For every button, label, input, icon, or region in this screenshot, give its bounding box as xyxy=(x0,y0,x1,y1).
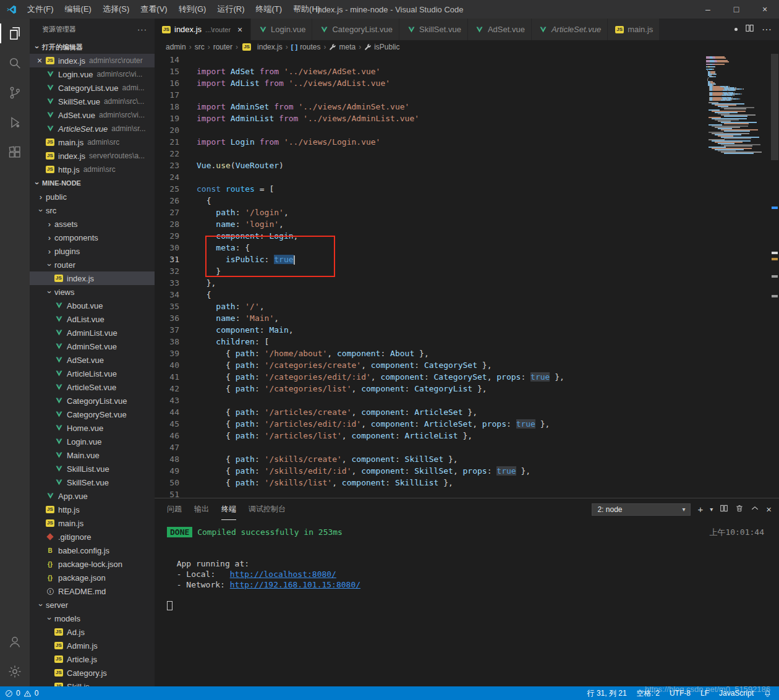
tree-item-views[interactable]: ›views xyxy=(30,285,155,299)
project-header[interactable]: › MINE-NODE xyxy=(30,176,155,190)
scrollbar-slider[interactable] xyxy=(771,54,778,160)
close-icon[interactable]: × xyxy=(236,25,244,35)
code-line[interactable]: 25const routes = [ xyxy=(155,183,779,195)
panel-tab[interactable]: 输出 xyxy=(194,498,209,520)
menu-item[interactable]: 编辑(E) xyxy=(59,0,97,19)
code-line[interactable]: 43 xyxy=(155,395,779,406)
menu-item[interactable]: 转到(G) xyxy=(173,0,212,19)
code-line[interactable]: 19import AdminList from '../views/AdminL… xyxy=(155,113,779,124)
breadcrumb-item[interactable]: isPublic xyxy=(364,43,399,51)
tree-item-components[interactable]: ›components xyxy=(30,231,155,244)
settings-gear-icon[interactable] xyxy=(0,657,30,686)
breadcrumb-item[interactable]: [ ]routes xyxy=(291,43,321,51)
menu-item[interactable]: 选择(S) xyxy=(97,0,135,19)
breadcrumb-item[interactable]: src xyxy=(195,43,205,51)
open-editor-item[interactable]: AdSet.vueadmin\src\vi... xyxy=(30,108,155,122)
tree-item-http.js[interactable]: JShttp.js xyxy=(30,503,155,516)
code-line[interactable]: 27 path: '/login', xyxy=(155,207,779,218)
tree-item-categorylist.vue[interactable]: CategoryList.vue xyxy=(30,394,155,408)
editor-tab[interactable]: AdSet.vue xyxy=(468,19,532,40)
code-line[interactable]: 38 children: [ xyxy=(155,336,779,348)
breadcrumb-item[interactable]: JSindex.js xyxy=(241,42,283,52)
run-debug-icon[interactable] xyxy=(0,108,30,137)
open-editor-item[interactable]: CategoryList.vueadmi... xyxy=(30,81,155,95)
tree-item-articleset.vue[interactable]: ArticleSet.vue xyxy=(30,380,155,394)
more-actions-icon[interactable]: ··· xyxy=(137,25,147,34)
terminal-link[interactable]: http://192.168.101.15:8080/ xyxy=(230,579,360,590)
code-line[interactable]: 36 name: 'Main', xyxy=(155,312,779,324)
more-actions-icon[interactable]: ··· xyxy=(762,24,772,35)
code-line[interactable]: 24 xyxy=(155,171,779,183)
open-editor-item[interactable]: ArticleSet.vueadmin\sr... xyxy=(30,122,155,135)
editor-tab[interactable]: JSindex.js...\router× xyxy=(155,19,251,40)
source-control-icon[interactable] xyxy=(0,78,30,108)
code-line[interactable]: 42 { path: '/categories/list', component… xyxy=(155,383,779,395)
minimize-button[interactable]: – xyxy=(694,0,722,19)
tree-item-src[interactable]: ›src xyxy=(30,203,155,217)
kill-terminal-icon[interactable] xyxy=(735,504,744,515)
tree-item-router[interactable]: ›router xyxy=(30,258,155,271)
tree-item-articlelist.vue[interactable]: ArticleList.vue xyxy=(30,367,155,380)
menu-item[interactable]: 运行(R) xyxy=(211,0,250,19)
tree-item-admin.js[interactable]: JSAdmin.js xyxy=(30,639,155,652)
menu-item[interactable]: 查看(V) xyxy=(135,0,172,19)
tree-item-.gitignore[interactable]: .gitignore xyxy=(30,530,155,544)
breadcrumb-item[interactable]: router xyxy=(213,43,232,51)
tree-item-public[interactable]: ›public xyxy=(30,190,155,203)
maximize-button[interactable]: □ xyxy=(722,0,751,19)
panel-tab[interactable]: 调试控制台 xyxy=(249,498,286,520)
tree-item-skill.js[interactable]: JSSkill.js xyxy=(30,680,155,686)
open-changes-icon[interactable] xyxy=(734,28,738,31)
tree-item-ad.js[interactable]: JSAd.js xyxy=(30,625,155,639)
code-line[interactable]: 22 xyxy=(155,148,779,160)
tree-item-adminset.vue[interactable]: AdminSet.vue xyxy=(30,339,155,353)
open-editor-item[interactable]: ×JSindex.jsadmin\src\router xyxy=(30,54,155,67)
code-line[interactable]: 20 xyxy=(155,124,779,136)
code-line[interactable]: 34 { xyxy=(155,289,779,301)
tree-item-main.vue[interactable]: Main.vue xyxy=(30,448,155,462)
tree-item-adminlist.vue[interactable]: AdminList.vue xyxy=(30,326,155,339)
tree-item-readme.md[interactable]: iREADME.md xyxy=(30,584,155,598)
editor-tab[interactable]: SkillSet.vue xyxy=(399,19,468,40)
code-line[interactable]: 17 xyxy=(155,89,779,101)
tree-item-article.js[interactable]: JSArticle.js xyxy=(30,652,155,666)
tree-item-package.json[interactable]: {}package.json xyxy=(30,571,155,584)
panel-tab[interactable]: 终端 xyxy=(221,498,236,520)
code-line[interactable]: 15import AdSet from '../views/AdSet.vue' xyxy=(155,66,779,77)
tree-item-about.vue[interactable]: About.vue xyxy=(30,299,155,312)
tree-item-home.vue[interactable]: Home.vue xyxy=(30,421,155,435)
tree-item-package-lock.json[interactable]: {}package-lock.json xyxy=(30,557,155,571)
tree-item-babel.config.js[interactable]: Bbabel.config.js xyxy=(30,544,155,557)
tree-item-skilllist.vue[interactable]: SkillList.vue xyxy=(30,462,155,476)
split-editor-icon[interactable] xyxy=(745,23,754,35)
terminal-select[interactable]: 2: node ▾ xyxy=(592,503,691,516)
minimap[interactable] xyxy=(706,55,770,154)
code-line[interactable]: 21import Login from '../views/Login.vue' xyxy=(155,136,779,148)
code-line[interactable]: 45 { path: '/articles/edit/:id', compone… xyxy=(155,418,779,430)
editor-tab[interactable]: Login.vue xyxy=(251,19,312,40)
code-line[interactable]: 46 { path: '/articles/list', component: … xyxy=(155,430,779,442)
editor-scrollbar[interactable] xyxy=(770,54,779,498)
close-icon[interactable]: × xyxy=(35,56,45,66)
code-line[interactable]: 28 name: 'login', xyxy=(155,218,779,230)
terminal-output[interactable]: DONE Compiled successfully in 253ms上午10:… xyxy=(155,520,779,686)
tree-item-adset.vue[interactable]: AdSet.vue xyxy=(30,353,155,367)
code-line[interactable]: 44 { path: '/articles/create', component… xyxy=(155,406,779,418)
new-terminal-icon[interactable]: + xyxy=(697,505,703,514)
tree-item-assets[interactable]: ›assets xyxy=(30,217,155,231)
code-line[interactable]: 14 xyxy=(155,54,779,66)
search-icon[interactable] xyxy=(0,48,30,78)
menu-item[interactable]: 文件(F) xyxy=(22,0,59,19)
breadcrumb-item[interactable]: meta xyxy=(329,43,355,51)
tree-item-server[interactable]: ›server xyxy=(30,598,155,612)
breadcrumb-item[interactable]: admin xyxy=(166,43,186,51)
maximize-panel-icon[interactable] xyxy=(751,504,759,515)
problems-indicator[interactable]: 0 0 xyxy=(0,689,38,698)
code-line[interactable]: 23Vue.use(VueRouter) xyxy=(155,160,779,171)
code-line[interactable]: 26 { xyxy=(155,195,779,207)
editor-tab[interactable]: JSmain.js xyxy=(608,19,660,40)
open-editor-item[interactable]: JSmain.jsadmin\src xyxy=(30,135,155,149)
editor-tab[interactable]: ArticleSet.vue xyxy=(532,19,608,40)
editor-tab[interactable]: CategoryList.vue xyxy=(312,19,399,40)
open-editor-item[interactable]: JSindex.jsserver\routes\a... xyxy=(30,149,155,163)
